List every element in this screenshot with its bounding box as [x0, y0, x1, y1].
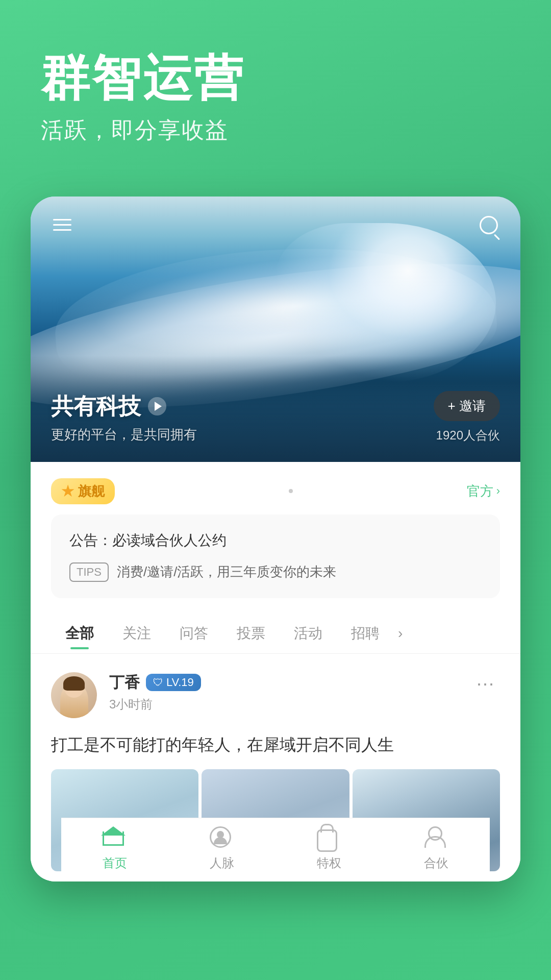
announcement-card[interactable]: 公告：必读域合伙人公约 TIPS 消费/邀请/活跃，用三年质变你的未来 — [51, 514, 500, 598]
privilege-icon — [317, 826, 341, 851]
level-label: LV.19 — [166, 676, 194, 689]
phone-card: 共有科技 更好的平台，是共同拥有 + 邀请 1920人合伙 ★ 旗舰 — [31, 197, 520, 881]
avatar — [51, 672, 97, 718]
nav-people[interactable]: 人脉 — [210, 826, 234, 871]
post-header: 丁香 🛡 LV.19 3小时前 ··· — [51, 672, 500, 718]
avatar-hair — [63, 676, 85, 691]
tab-follow[interactable]: 关注 — [108, 619, 165, 648]
hero-title-group: 共有科技 更好的平台，是共同拥有 — [51, 391, 197, 444]
play-button[interactable] — [148, 397, 166, 415]
tips-text: 消费/邀请/活跃，用三年质变你的未来 — [117, 563, 336, 581]
bottom-nav: 首页 人脉 特权 合伙 — [61, 818, 490, 881]
more-options-button[interactable]: ··· — [471, 672, 500, 695]
tab-more-icon[interactable]: › — [398, 625, 403, 642]
post-time: 3小时前 — [109, 696, 201, 713]
badge-row: ★ 旗舰 官方 › — [31, 462, 520, 514]
invite-button[interactable]: + 邀请 — [434, 391, 500, 421]
tips-badge: TIPS — [69, 562, 109, 582]
shield-icon: 🛡 — [153, 677, 163, 689]
nav-privilege-label: 特权 — [317, 855, 341, 871]
hero-right: + 邀请 1920人合伙 — [434, 391, 500, 444]
tab-qa[interactable]: 问答 — [165, 619, 222, 648]
people-icon — [210, 826, 234, 851]
post-user-info: 丁香 🛡 LV.19 3小时前 — [109, 672, 201, 713]
official-link[interactable]: 官方 › — [467, 482, 500, 500]
bag-icon-shape — [317, 829, 337, 852]
nav-home[interactable]: 首页 — [103, 826, 127, 871]
hero-group-name: 共有科技 — [51, 391, 141, 422]
header-section: 群智运营 活跃，即分享收益 — [0, 0, 551, 176]
tab-bar: 全部 关注 问答 投票 活动 招聘 › — [31, 608, 520, 654]
tab-recruit[interactable]: 招聘 — [337, 619, 394, 648]
post-content: 打工是不可能打的年轻人，在犀域开启不同人生 — [51, 732, 500, 757]
people-icon-shape — [210, 826, 231, 848]
tab-vote[interactable]: 投票 — [222, 619, 280, 648]
official-label: 官方 — [467, 482, 493, 500]
hero-image: 共有科技 更好的平台，是共同拥有 + 邀请 1920人合伙 — [31, 197, 520, 462]
user-name-row: 丁香 🛡 LV.19 — [109, 672, 201, 693]
play-triangle — [155, 402, 162, 411]
search-icon[interactable] — [475, 212, 502, 238]
nav-privilege[interactable]: 特权 — [317, 826, 341, 871]
home-icon-shape — [103, 826, 124, 846]
dot-separator — [289, 489, 293, 493]
hamburger-line-2 — [53, 224, 71, 226]
tab-activity[interactable]: 活动 — [280, 619, 337, 648]
menu-icon[interactable] — [49, 212, 76, 238]
tab-all[interactable]: 全部 — [51, 619, 108, 648]
level-badge: 🛡 LV.19 — [146, 674, 201, 691]
flagship-badge: ★ 旗舰 — [51, 478, 115, 504]
hero-bottom: 共有科技 更好的平台，是共同拥有 + 邀请 1920人合伙 — [31, 376, 520, 462]
partner-count: 1920人合伙 — [436, 427, 500, 444]
home-icon — [103, 826, 127, 851]
hero-group-subtitle: 更好的平台，是共同拥有 — [51, 426, 197, 444]
sub-title: 活跃，即分享收益 — [41, 115, 510, 145]
nav-people-label: 人脉 — [210, 855, 234, 871]
search-circle — [480, 216, 498, 234]
tips-row: TIPS 消费/邀请/活跃，用三年质变你的未来 — [69, 562, 482, 582]
user-name: 丁香 — [109, 672, 140, 693]
chevron-right-icon: › — [496, 484, 500, 498]
flagship-label: 旗舰 — [78, 482, 105, 500]
nav-partner[interactable]: 合伙 — [424, 826, 448, 871]
hero-nav — [31, 197, 520, 254]
nav-partner-label: 合伙 — [424, 855, 448, 871]
post-user: 丁香 🛡 LV.19 3小时前 — [51, 672, 201, 718]
announcement-title: 公告：必读域合伙人公约 — [69, 531, 482, 550]
hero-title-row: 共有科技 — [51, 391, 197, 422]
hamburger-line-1 — [53, 219, 71, 220]
nav-home-label: 首页 — [103, 855, 127, 871]
partner-icon — [424, 826, 448, 851]
invite-label: + 邀请 — [448, 397, 486, 415]
partner-icon-shape — [424, 826, 446, 848]
star-icon: ★ — [61, 483, 74, 500]
main-title: 群智运营 — [41, 51, 510, 105]
hamburger-line-3 — [53, 229, 71, 231]
